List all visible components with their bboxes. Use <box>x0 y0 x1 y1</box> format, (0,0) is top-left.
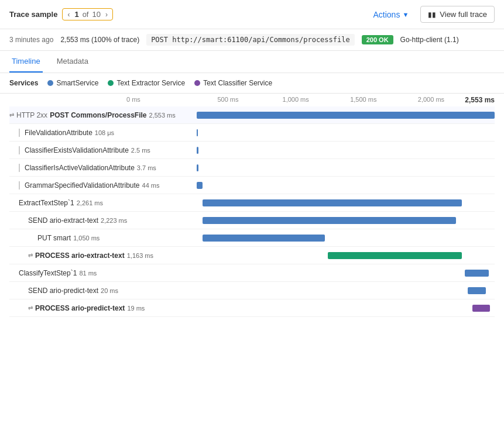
span-send-ario-predict[interactable]: SEND ario-predict-text 20 ms <box>9 282 495 299</box>
trace-sample-label: Trace sample <box>9 10 57 19</box>
client-info: Go-http-client (1.1) <box>400 36 459 44</box>
view-full-trace-button[interactable]: ▮▮ View full trace <box>420 6 495 23</box>
span-name-bold: POST Commons/ProcessFile <box>50 111 146 119</box>
service-smart: SmartService <box>47 79 98 87</box>
span-label: ClassifierExistsValidationAttribute <box>25 146 129 154</box>
pagination: ‹ 1 of 10 › <box>62 8 113 20</box>
request-url: POST http://smart:61100/api/Commons/proc… <box>146 34 355 46</box>
span-duration: 1,163 ms <box>127 252 153 259</box>
span-bar <box>197 163 495 173</box>
span-label: SEND ario-predict-text <box>28 287 98 295</box>
span-label: SEND ario-extract-text <box>28 216 98 225</box>
span-label: GrammarSpecifiedValidationAttribute <box>25 181 140 189</box>
extractor-service-name: Text Extractor Service <box>116 79 185 87</box>
current-page: 1 <box>74 10 78 19</box>
service-classifier: Text Classifier Service <box>194 79 272 87</box>
chevron-down-icon: ▼ <box>402 11 409 18</box>
of-label: of <box>83 10 89 19</box>
span-root[interactable]: ⇄ HTTP 2xx POST Commons/ProcessFile 2,55… <box>9 106 495 124</box>
time-500: 500 ms <box>194 96 262 104</box>
span-grammar-specified[interactable]: GrammarSpecifiedValidationAttribute 44 m… <box>9 177 495 194</box>
span-process-ario-predict[interactable]: ⇄ PROCESS ario-predict-text 19 ms <box>9 299 495 317</box>
time-1500: 1,500 ms <box>330 96 397 104</box>
span-bar <box>197 268 495 278</box>
span-name-bold: PROCESS ario-extract-text <box>35 251 125 260</box>
app-container: Trace sample ‹ 1 of 10 › Actions ▼ ▮▮ Vi… <box>0 0 504 317</box>
span-label: PUT smart <box>37 234 71 242</box>
next-page-button[interactable]: › <box>104 11 109 19</box>
span-label: FileValidationAttribute <box>25 129 92 137</box>
span-send-ario-extract[interactable]: SEND ario-extract-text 2,223 ms <box>9 212 495 229</box>
span-name-bold: PROCESS ario-predict-text <box>35 304 125 312</box>
timeline-area: 0 ms 500 ms 1,000 ms 1,500 ms 2,000 ms 2… <box>0 94 504 317</box>
actions-label: Actions <box>373 10 400 19</box>
view-full-trace-label: View full trace <box>440 10 487 19</box>
span-bar <box>197 286 495 295</box>
meta-row: 3 minutes ago 2,553 ms (100% of trace) P… <box>0 29 504 51</box>
span-duration: 2,223 ms <box>101 217 127 224</box>
span-extract-text-step[interactable]: ExtractTextStep`1 2,261 ms <box>9 194 495 212</box>
span-bar <box>197 251 495 260</box>
span-duration: 20 ms <box>101 287 118 294</box>
time-1000: 1,000 ms <box>262 96 330 104</box>
span-duration: 2.5 ms <box>131 147 150 154</box>
service-extractor: Text Extractor Service <box>108 79 185 87</box>
spans-container: ⇄ HTTP 2xx POST Commons/ProcessFile 2,55… <box>9 106 495 317</box>
services-legend: Services SmartService Text Extractor Ser… <box>0 73 504 94</box>
connector <box>19 146 20 154</box>
time-max: 2,553 ms <box>465 96 495 104</box>
span-label-http: HTTP 2xx <box>16 111 47 119</box>
span-process-ario-extract[interactable]: ⇄ PROCESS ario-extract-text 1,163 ms <box>9 247 495 264</box>
span-bar <box>197 146 495 155</box>
trace-icon: ▮▮ <box>428 11 436 19</box>
status-badge: 200 OK <box>362 35 393 44</box>
header: Trace sample ‹ 1 of 10 › Actions ▼ ▮▮ Vi… <box>0 0 504 29</box>
tabs: Timeline Metadata <box>0 51 504 73</box>
span-put-smart[interactable]: PUT smart 1,050 ms <box>9 229 495 247</box>
actions-button[interactable]: Actions ▼ <box>368 6 415 23</box>
classifier-service-dot <box>194 80 200 86</box>
span-classify-text-step[interactable]: ClassifyTextStep`1 81 ms <box>9 264 495 282</box>
span-duration: 3.7 ms <box>137 164 156 171</box>
time-0: 0 ms <box>126 96 194 104</box>
services-label: Services <box>9 79 38 87</box>
span-duration: 2,261 ms <box>77 199 103 206</box>
connector <box>19 129 20 137</box>
span-bar <box>197 181 495 190</box>
connector <box>19 164 20 172</box>
span-bar <box>197 111 495 120</box>
connector <box>19 181 20 189</box>
classifier-service-name: Text Classifier Service <box>203 79 272 87</box>
span-icon: ⇄ <box>28 252 33 259</box>
header-actions: Actions ▼ ▮▮ View full trace <box>368 6 495 23</box>
span-bar <box>197 233 495 243</box>
span-label: ClassifierIsActiveValidationAttribute <box>25 164 135 172</box>
tab-timeline[interactable]: Timeline <box>9 51 43 73</box>
span-duration: 2,553 ms <box>149 112 176 119</box>
time-2000: 2,000 ms <box>397 96 465 104</box>
span-duration: 108 μs <box>95 129 114 136</box>
span-duration: 81 ms <box>79 270 97 277</box>
total-pages: 10 <box>92 10 100 19</box>
smart-service-name: SmartService <box>56 79 98 87</box>
span-duration: 44 ms <box>142 182 160 189</box>
duration: 2,553 ms (100% of trace) <box>60 36 139 44</box>
smart-service-dot <box>47 80 53 86</box>
span-classifier-active[interactable]: ClassifierIsActiveValidationAttribute 3.… <box>9 159 495 177</box>
time-axis: 0 ms 500 ms 1,000 ms 1,500 ms 2,000 ms 2… <box>126 94 495 106</box>
span-label: ExtractTextStep`1 <box>19 199 74 207</box>
tab-metadata[interactable]: Metadata <box>54 51 91 73</box>
span-icon: ⇄ <box>28 305 33 311</box>
span-duration: 19 ms <box>127 305 145 312</box>
time-ago: 3 minutes ago <box>9 36 53 44</box>
span-duration: 1,050 ms <box>73 235 100 242</box>
prev-page-button[interactable]: ‹ <box>66 11 71 19</box>
span-bar <box>197 198 495 208</box>
span-bar <box>197 304 495 313</box>
span-bar <box>197 128 495 137</box>
span-classifier-exists[interactable]: ClassifierExistsValidationAttribute 2.5 … <box>9 142 495 159</box>
span-icon: ⇄ <box>9 112 14 118</box>
span-file-validation[interactable]: FileValidationAttribute 108 μs <box>9 124 495 142</box>
extractor-service-dot <box>108 80 114 86</box>
span-bar <box>197 216 495 225</box>
